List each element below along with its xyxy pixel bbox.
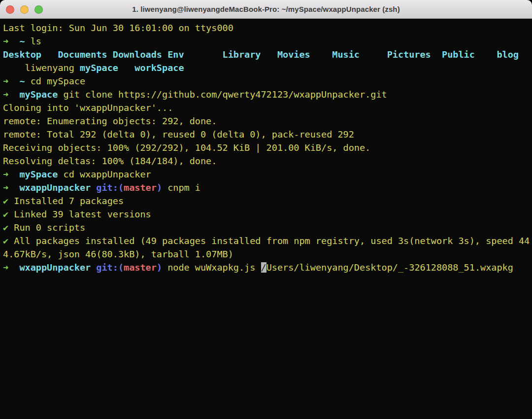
terminal-line: ✔ Run 0 scripts: [3, 221, 529, 234]
terminal-text: [25, 36, 31, 46]
terminal-text: [58, 89, 63, 100]
terminal-text: git:(: [96, 262, 124, 273]
terminal-line: ➜ wxappUnpacker git:(master) cnpm i: [3, 181, 529, 194]
terminal-text: [14, 36, 19, 46]
terminal-text: [14, 76, 19, 86]
check-icon: ✔: [3, 196, 8, 206]
terminal-text: ): [157, 182, 162, 193]
window-titlebar[interactable]: 1. liwenyang@liwenyangdeMacBook-Pro: ~/m…: [0, 0, 532, 19]
window-title: 1. liwenyang@liwenyangdeMacBook-Pro: ~/m…: [0, 5, 532, 13]
terminal-text: node wuWxapkg.js: [167, 262, 261, 273]
terminal-text: mySpace: [19, 89, 58, 100]
terminal-text: [25, 76, 31, 86]
terminal-text: [14, 262, 19, 273]
terminal-text: Linked 39 latest versions: [14, 209, 151, 219]
terminal-text: ~: [19, 76, 25, 86]
terminal-text: cd wxappUnpacker: [64, 169, 151, 179]
terminal-line: ➜ mySpace cd wxappUnpacker: [3, 168, 529, 181]
text-cursor: /: [261, 262, 266, 273]
check-icon: ✔: [3, 209, 8, 219]
terminal-text: Resolving deltas: 100% (184/184), done.: [3, 156, 217, 166]
terminal-text: wxappUnpacker: [19, 182, 91, 193]
terminal-text: remote: Enumerating objects: 292, done.: [3, 116, 217, 126]
terminal-text: Receiving objects: 100% (292/292), 104.5…: [3, 142, 370, 153]
terminal-text: git:(: [96, 182, 124, 193]
terminal-text: wxappUnpacker: [19, 262, 91, 273]
terminal-line: 4.67kB/s, json 46(80.3kB), tarball 1.07M…: [3, 247, 529, 261]
terminal-line: Last login: Sun Jun 30 16:01:00 on ttys0…: [3, 21, 529, 35]
terminal-text: [8, 236, 14, 246]
terminal-text: All packages installed (49 packages inst…: [14, 236, 530, 246]
prompt-arrow-icon: ➜: [3, 168, 14, 181]
check-icon: ✔: [3, 222, 8, 233]
prompt-arrow-icon: ➜: [3, 74, 14, 88]
terminal-line: Desktop Documents Downloads Env Library …: [3, 48, 529, 61]
terminal-text: [14, 182, 19, 193]
terminal-line: Resolving deltas: 100% (184/184), done.: [3, 154, 529, 168]
terminal-text: Last login: Sun Jun 30 16:01:00 on ttys0…: [3, 23, 233, 33]
terminal-text: [14, 89, 19, 100]
terminal-line: ➜ mySpace git clone https://github.com/q…: [3, 88, 529, 101]
terminal-text: remote: Total 292 (delta 0), reused 0 (d…: [3, 129, 354, 140]
terminal-text: ls: [31, 36, 41, 46]
terminal-text: Desktop Documents Downloads Env Library …: [3, 49, 519, 60]
terminal-text: [8, 222, 14, 233]
terminal-text: [8, 196, 14, 206]
terminal-text: [58, 169, 63, 179]
terminal-line: Receiving objects: 100% (292/292), 104.5…: [3, 141, 529, 154]
prompt-arrow-icon: ➜: [3, 261, 14, 274]
terminal-text: git clone https://github.com/qwerty47212…: [64, 89, 387, 100]
terminal-text: [14, 169, 19, 179]
terminal-screen[interactable]: Last login: Sun Jun 30 16:01:00 on ttys0…: [0, 19, 532, 419]
terminal-text: 4.67kB/s, json 46(80.3kB), tarball 1.07M…: [3, 249, 233, 259]
terminal-text: Installed 7 packages: [14, 196, 124, 206]
terminal-text: Cloning into 'wxappUnpacker'...: [3, 103, 173, 113]
terminal-text: cnpm i: [167, 182, 200, 193]
terminal-line: ➜ ~ ls: [3, 35, 529, 48]
prompt-arrow-icon: ➜: [3, 181, 14, 194]
terminal-text: mySpace: [19, 169, 58, 179]
terminal-line: ✔ Linked 39 latest versions: [3, 208, 529, 221]
terminal-line: liwenyang mySpace workSpace: [3, 61, 529, 74]
terminal-text: Run 0 scripts: [14, 222, 85, 233]
terminal-text: [91, 262, 96, 273]
terminal-text: master: [124, 182, 157, 193]
terminal-line: remote: Total 292 (delta 0), reused 0 (d…: [3, 128, 529, 141]
terminal-line: remote: Enumerating objects: 292, done.: [3, 114, 529, 128]
terminal-text: mySpace workSpace: [80, 63, 184, 73]
terminal-line: ➜ wxappUnpacker git:(master) node wuWxap…: [3, 261, 529, 274]
terminal-text: [74, 63, 80, 73]
terminal-text: [8, 209, 14, 219]
terminal-text: [162, 182, 167, 193]
prompt-arrow-icon: ➜: [3, 88, 14, 101]
terminal-line: Cloning into 'wxappUnpacker'...: [3, 101, 529, 114]
terminal-text: ): [157, 262, 162, 273]
terminal-text: cd mySpace: [31, 76, 85, 86]
terminal-line: ➜ ~ cd mySpace: [3, 74, 529, 88]
check-icon: ✔: [3, 236, 8, 246]
terminal-text: [91, 182, 96, 193]
terminal-text: [162, 262, 167, 273]
terminal-window: 1. liwenyang@liwenyangdeMacBook-Pro: ~/m…: [0, 0, 532, 419]
terminal-text: Users/liwenyang/Desktop/_-326128088_51.w…: [266, 262, 513, 273]
terminal-text: master: [124, 262, 157, 273]
terminal-text: ~: [19, 36, 25, 46]
prompt-arrow-icon: ➜: [3, 35, 14, 48]
terminal-line: ✔ All packages installed (49 packages in…: [3, 234, 529, 247]
terminal-text: liwenyang: [3, 63, 74, 73]
terminal-line: ✔ Installed 7 packages: [3, 194, 529, 208]
